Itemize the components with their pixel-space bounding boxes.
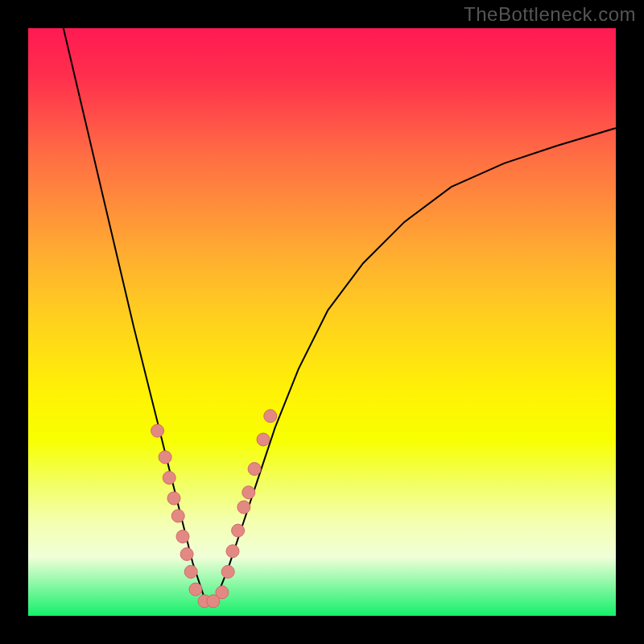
highlight-dot bbox=[232, 524, 245, 537]
watermark-text: TheBottleneck.com bbox=[464, 3, 636, 26]
highlight-dot bbox=[171, 510, 184, 522]
bottleneck-curve bbox=[64, 28, 616, 598]
highlight-dot bbox=[167, 492, 180, 505]
highlight-dot bbox=[189, 583, 202, 596]
highlight-dot bbox=[264, 410, 277, 423]
highlight-dots-group bbox=[151, 410, 277, 608]
highlight-dot bbox=[180, 547, 193, 560]
highlight-dot bbox=[242, 486, 255, 499]
highlight-dot bbox=[226, 545, 239, 558]
highlight-dot bbox=[221, 565, 234, 578]
highlight-dot bbox=[176, 530, 189, 543]
highlight-dot bbox=[163, 472, 175, 485]
chart-overlay-svg bbox=[28, 28, 616, 616]
highlight-dot bbox=[151, 424, 164, 437]
highlight-dot bbox=[257, 433, 270, 446]
highlight-dot bbox=[159, 451, 171, 464]
highlight-dot bbox=[248, 463, 261, 476]
highlight-dot bbox=[237, 501, 250, 514]
highlight-dot bbox=[184, 565, 197, 578]
highlight-dot bbox=[216, 586, 229, 599]
chart-frame: TheBottleneck.com bbox=[0, 0, 644, 644]
